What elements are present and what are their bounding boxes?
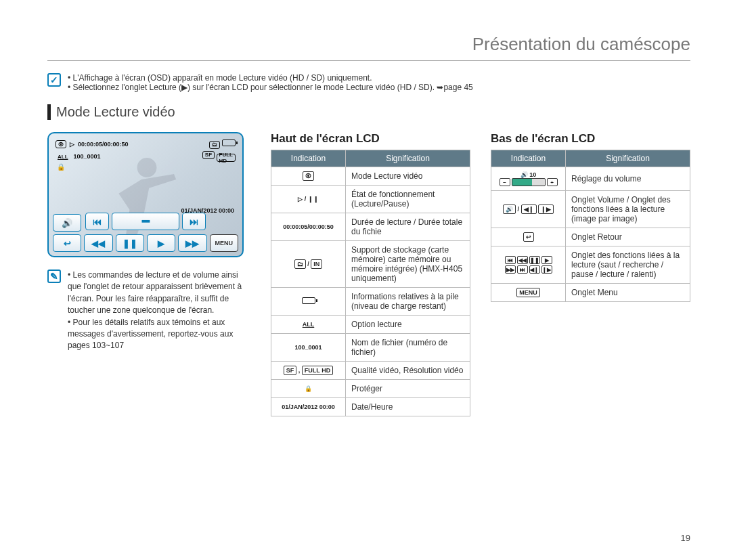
table-row: 100_0001Nom de fichier (numéro de fichie… bbox=[271, 334, 470, 362]
table-row: ⏮◀◀❚❚▶ ▶▶⏭◀❙❙▶ Onglet des fonctions liée… bbox=[491, 246, 690, 284]
section-title: Mode Lecture vidéo bbox=[47, 104, 690, 120]
mid-heading: Haut de l'écran LCD bbox=[271, 132, 470, 146]
storage-internal-icon: IN bbox=[311, 259, 322, 269]
play-mode-icon: ⦿ bbox=[303, 171, 314, 181]
cell-sig: Réglage du volume bbox=[566, 167, 690, 191]
table-row: MENU Onglet Menu bbox=[491, 284, 690, 302]
cell-sig: Qualité vidéo, Résolution vidéo bbox=[346, 362, 470, 380]
table-row: Informations relatives à la pile (niveau… bbox=[271, 288, 470, 316]
cell-sig: Protéger bbox=[346, 380, 470, 398]
cell-sig: Support de stockage (carte mémoire) cart… bbox=[346, 241, 470, 288]
return-tab-icon: ↩ bbox=[523, 232, 534, 242]
chapter-title: Présentation du caméscope bbox=[47, 34, 690, 61]
progress-bar[interactable]: ━ bbox=[112, 213, 179, 230]
play-option-all-icon: ALL bbox=[271, 316, 346, 334]
frame-back-icon: ◀❙ bbox=[521, 204, 537, 214]
menu-button[interactable]: MENU bbox=[210, 234, 238, 252]
cell-sig: Durée de lecture / Durée totale du fichi… bbox=[346, 213, 470, 241]
ff-button[interactable]: ▶▶ bbox=[178, 234, 206, 252]
right-heading: Bas de l'écran LCD bbox=[491, 132, 690, 146]
mid-table: Indication Signification ⦿Mode Lecture v… bbox=[271, 150, 470, 416]
cell-sig: Mode Lecture vidéo bbox=[346, 167, 470, 186]
frame-fwd-icon: ❙▶ bbox=[538, 204, 554, 214]
all-icon: ALL bbox=[56, 152, 70, 160]
page-number: 19 bbox=[681, 533, 690, 543]
table-header-indication: Indication bbox=[491, 150, 566, 167]
protect-lock-icon: 🔒 bbox=[271, 380, 346, 398]
time-counter-icon: 00:00:05/00:00:50 bbox=[271, 213, 346, 241]
battery-icon bbox=[222, 139, 236, 146]
top-note-block: ✓ L'Affichage à l'écran (OSD) apparaît e… bbox=[47, 73, 690, 92]
table-row: 🔊 10 −+ Réglage du volume bbox=[491, 167, 690, 191]
lock-icon: 🔒 bbox=[57, 163, 65, 171]
cell-sig: Nom de fichier (numéro de fichier) bbox=[346, 334, 470, 362]
play-mode-icon: ⦿ bbox=[56, 140, 66, 148]
table-row: ▷ / ❙❙État de fonctionnement (Lecture/Pa… bbox=[271, 186, 470, 213]
return-button[interactable]: ↩ bbox=[53, 234, 81, 252]
volume-readout-icon: 🔊 10 bbox=[497, 171, 560, 178]
cell-sig: Date/Heure bbox=[346, 398, 470, 416]
volume-tab-icon: 🔊 bbox=[503, 204, 516, 214]
resolution-fullhd-icon: FULL HD bbox=[302, 366, 333, 375]
table-row: ⦿Mode Lecture vidéo bbox=[271, 167, 470, 186]
table-row: 00:00:05/00:00:50Durée de lecture / Duré… bbox=[271, 213, 470, 241]
table-row: 🔊 / ◀❙ ❙▶ Onglet Volume / Onglet des fon… bbox=[491, 191, 690, 228]
table-row: ↩ Onglet Retour bbox=[491, 228, 690, 246]
cell-sig: État de fonctionnement (Lecture/Pause) bbox=[346, 186, 470, 213]
battery-icon bbox=[302, 297, 315, 304]
left-note-item: Les commandes de lecture et de volume ai… bbox=[68, 270, 250, 317]
lcd-preview: ⦿ ▷ 00:00:05/00:00:50 🗂 ALL 100_0001 bbox=[47, 132, 244, 257]
table-row: ALLOption lecture bbox=[271, 316, 470, 334]
playback-functions-icon: ⏮◀◀❚❚▶ bbox=[505, 256, 552, 264]
storage-card-icon: 🗂 bbox=[294, 259, 306, 269]
skip-forward-button[interactable]: ⏭ bbox=[182, 213, 206, 230]
table-row: 01/JAN/2012 00:00Date/Heure bbox=[271, 398, 470, 416]
table-row: SF , FULL HDQualité vidéo, Résolution vi… bbox=[271, 362, 470, 380]
check-icon: ✓ bbox=[47, 73, 61, 87]
info-icon: ✎ bbox=[47, 270, 61, 283]
cell-sig: Option lecture bbox=[346, 316, 470, 334]
table-header-signification: Signification bbox=[566, 150, 690, 167]
cell-sig: Onglet des fonctions liées à la lecture … bbox=[566, 246, 690, 284]
play-pause-icon: ▷ / ❙❙ bbox=[271, 186, 346, 213]
menu-tab-icon: MENU bbox=[516, 288, 540, 297]
right-table: Indication Signification 🔊 10 −+ Réglage… bbox=[491, 150, 690, 302]
top-note-item: L'Affichage à l'écran (OSD) apparaît en … bbox=[68, 73, 473, 83]
left-note-block: ✎ Les commandes de lecture et de volume … bbox=[47, 270, 250, 352]
volume-slider-icon: −+ bbox=[500, 178, 558, 186]
datetime-icon: 01/JAN/2012 00:00 bbox=[271, 398, 346, 416]
card-icon: 🗂 bbox=[209, 141, 220, 149]
play-button[interactable]: ▶ bbox=[147, 234, 175, 252]
left-note-item: Pour les détails relatifs aux témoins et… bbox=[68, 317, 250, 352]
skip-back-button[interactable]: ⏮ bbox=[85, 213, 109, 230]
volume-button[interactable]: 🔊 bbox=[53, 214, 81, 232]
cell-sig: Onglet Retour bbox=[566, 228, 690, 246]
quality-sf-icon: SF bbox=[284, 366, 297, 375]
top-note-list: L'Affichage à l'écran (OSD) apparaît en … bbox=[68, 73, 473, 92]
rewind-button[interactable]: ◀◀ bbox=[84, 234, 112, 252]
table-header-indication: Indication bbox=[271, 150, 346, 167]
table-row: 🔒Protéger bbox=[271, 380, 470, 398]
cell-sig: Onglet Volume / Onglet des fonctions lié… bbox=[566, 191, 690, 228]
table-row: 🗂 / INSupport de stockage (carte mémoire… bbox=[271, 241, 470, 288]
table-header-signification: Signification bbox=[346, 150, 470, 167]
playback-functions-icon-2: ▶▶⏭◀❙❙▶ bbox=[505, 265, 552, 274]
top-note-item: Sélectionnez l'onglet Lecture (▶) sur l'… bbox=[68, 83, 473, 92]
pause-button[interactable]: ❚❚ bbox=[116, 234, 144, 252]
lcd-time: 00:00:05/00:00:50 bbox=[78, 141, 129, 148]
resolution-fullhd-icon: FULLHD bbox=[217, 154, 236, 162]
cell-sig: Informations relatives à la pile (niveau… bbox=[346, 288, 470, 316]
cell-sig: Onglet Menu bbox=[566, 284, 690, 302]
filename-icon: 100_0001 bbox=[271, 334, 346, 362]
